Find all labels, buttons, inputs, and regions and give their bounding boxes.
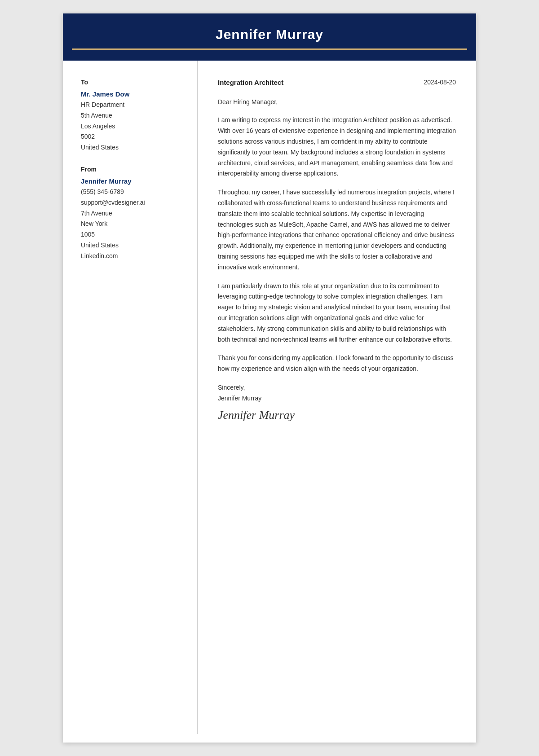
paragraph-4: Thank you for considering my application… (218, 353, 456, 374)
sender-phone: (555) 345-6789 (81, 187, 184, 198)
recipient-line3: Los Angeles (81, 121, 184, 132)
sender-line4: United States (81, 240, 184, 251)
paragraph-3: I am particularly drawn to this role at … (218, 281, 456, 345)
recipient-line5: United States (81, 142, 184, 153)
sender-line5: Linkedin.com (81, 251, 184, 262)
recipient-block: Mr. James Dow HR Department 5th Avenue L… (81, 90, 184, 153)
header-underline (72, 48, 467, 50)
sender-name: Jennifer Murray (81, 177, 184, 185)
page: Jennifer Murray To Mr. James Dow HR Depa… (63, 13, 476, 743)
paragraph-1: I am writing to express my interest in t… (218, 115, 456, 179)
sender-line3: 1005 (81, 229, 184, 240)
signature: Jennifer Murray (218, 409, 456, 422)
job-title: Integration Architect (218, 79, 283, 86)
from-label: From (81, 166, 184, 173)
letter-date: 2024-08-20 (424, 79, 456, 86)
closing-line2: Jennifer Murray (218, 393, 456, 404)
sender-email: support@cvdesigner.ai (81, 198, 184, 208)
closing-line1: Sincerely, (218, 382, 456, 393)
closing-block: Sincerely, Jennifer Murray (218, 382, 456, 404)
content: To Mr. James Dow HR Department 5th Avenu… (63, 61, 476, 734)
recipient-line4: 5002 (81, 132, 184, 142)
sender-line2: New York (81, 219, 184, 229)
right-column: Integration Architect 2024-08-20 Dear Hi… (198, 61, 476, 734)
header: Jennifer Murray (63, 13, 476, 61)
recipient-line2: 5th Avenue (81, 110, 184, 121)
header-name: Jennifer Murray (72, 27, 467, 42)
to-label: To (81, 79, 184, 86)
sender-line1: 7th Avenue (81, 208, 184, 219)
paragraph-2: Throughout my career, I have successfull… (218, 187, 456, 273)
recipient-line1: HR Department (81, 100, 184, 110)
from-section: From Jennifer Murray (555) 345-6789 supp… (81, 166, 184, 262)
left-column: To Mr. James Dow HR Department 5th Avenu… (63, 61, 198, 734)
salutation: Dear Hiring Manager, (218, 97, 456, 107)
recipient-name: Mr. James Dow (81, 90, 184, 98)
right-header-row: Integration Architect 2024-08-20 (218, 79, 456, 86)
